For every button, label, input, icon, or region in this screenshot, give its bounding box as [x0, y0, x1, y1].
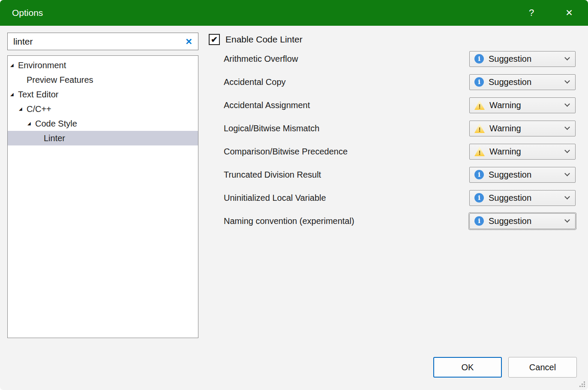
severity-value: Suggestion	[489, 54, 531, 64]
ok-button[interactable]: OK	[433, 357, 502, 378]
setting-row: Comparison/Bitwise Precedence Warning	[209, 140, 576, 163]
setting-row: Accidental Assignment Warning	[209, 94, 576, 117]
chevron-down-icon	[564, 171, 570, 176]
dialog-footer: OK Cancel	[433, 357, 577, 378]
setting-row: Arithmetic Overflow Suggestion	[209, 47, 576, 70]
severity-value: Warning	[489, 124, 521, 133]
suggestion-icon	[474, 54, 484, 63]
suggestion-icon	[474, 77, 484, 87]
warning-icon	[474, 124, 485, 133]
severity-value: Suggestion	[489, 193, 531, 203]
clear-search-icon[interactable]: ✕	[185, 37, 192, 46]
expanded-triangle-icon[interactable]: ◢	[10, 63, 18, 67]
resize-grip[interactable]	[579, 381, 585, 387]
severity-dropdown[interactable]: Suggestion	[469, 74, 576, 90]
tree-item-label: Code Style	[35, 119, 77, 129]
severity-value: Suggestion	[489, 77, 531, 87]
setting-label: Accidental Assignment	[209, 100, 310, 110]
chevron-down-icon	[564, 148, 570, 153]
window-title: Options	[0, 8, 513, 18]
severity-dropdown[interactable]: Suggestion	[469, 213, 576, 229]
severity-value: Suggestion	[489, 216, 531, 226]
tree-item-preview-features[interactable]: Preview Features	[8, 73, 198, 87]
tree-item-c-cpp[interactable]: ◢ C/C++	[8, 102, 198, 116]
enable-code-linter-row: ✔ Enable Code Linter	[209, 33, 576, 46]
suggestion-icon	[474, 216, 484, 226]
resize-grip-dots	[579, 386, 581, 387]
expanded-triangle-icon[interactable]: ◢	[10, 92, 18, 97]
chevron-down-icon	[564, 78, 570, 84]
tree-item-text-editor[interactable]: ◢ Text Editor	[8, 87, 198, 102]
enable-code-linter-label: Enable Code Linter	[225, 34, 303, 45]
linter-settings-pane: ✔ Enable Code Linter Arithmetic Overflow…	[209, 33, 576, 233]
cancel-button[interactable]: Cancel	[508, 357, 577, 378]
help-button[interactable]: ?	[513, 0, 550, 26]
tree-item-label: Environment	[18, 60, 66, 70]
checkmark-icon: ✔	[211, 35, 218, 45]
setting-row: Accidental Copy Suggestion	[209, 70, 576, 94]
setting-label: Accidental Copy	[209, 77, 286, 87]
search-input[interactable]	[13, 36, 185, 47]
severity-dropdown[interactable]: Suggestion	[469, 190, 576, 206]
options-dialog: Options ? ✕ ✕ ◢ Environment Preview Feat…	[0, 0, 588, 390]
expanded-triangle-icon[interactable]: ◢	[19, 107, 27, 111]
chevron-down-icon	[564, 55, 570, 60]
setting-row: Naming convention (experimental) Suggest…	[209, 209, 576, 233]
warning-icon	[474, 147, 485, 156]
severity-value: Warning	[489, 100, 521, 110]
options-tree: ◢ Environment Preview Features ◢ Text Ed…	[7, 55, 198, 338]
setting-label: Naming convention (experimental)	[209, 216, 354, 226]
suggestion-icon	[474, 193, 484, 203]
severity-dropdown[interactable]: Suggestion	[469, 51, 576, 67]
tree-item-environment[interactable]: ◢ Environment	[8, 58, 198, 73]
chevron-down-icon	[564, 101, 570, 107]
severity-value: Warning	[489, 147, 521, 157]
severity-value: Suggestion	[489, 170, 531, 180]
setting-label: Truncated Division Result	[209, 170, 321, 180]
warning-icon	[474, 100, 485, 110]
setting-label: Uninitialized Local Variable	[209, 193, 326, 203]
tree-item-code-style[interactable]: ◢ Code Style	[8, 116, 198, 131]
left-pane: ✕ ◢ Environment Preview Features ◢ Text …	[7, 33, 198, 338]
severity-dropdown[interactable]: Suggestion	[469, 167, 576, 183]
suggestion-icon	[474, 170, 484, 179]
title-bar[interactable]: Options ? ✕	[0, 0, 588, 26]
enable-code-linter-checkbox[interactable]: ✔	[209, 34, 220, 45]
close-button[interactable]: ✕	[550, 0, 588, 26]
chevron-down-icon	[564, 124, 570, 130]
setting-row: Truncated Division Result Suggestion	[209, 163, 576, 186]
tree-item-label: Preview Features	[27, 75, 93, 85]
search-box: ✕	[7, 33, 198, 50]
tree-item-label: C/C++	[27, 104, 51, 114]
expanded-triangle-icon[interactable]: ◢	[27, 121, 35, 126]
tree-item-linter[interactable]: Linter	[8, 131, 198, 145]
chevron-down-icon	[564, 217, 570, 223]
chevron-down-icon	[564, 194, 570, 200]
setting-row: Logical/Bitwise Mismatch Warning	[209, 117, 576, 140]
severity-dropdown[interactable]: Warning	[469, 144, 576, 160]
setting-label: Arithmetic Overflow	[209, 54, 298, 64]
setting-label: Logical/Bitwise Mismatch	[209, 124, 319, 133]
tree-item-label: Text Editor	[18, 90, 58, 100]
setting-label: Comparison/Bitwise Precedence	[209, 147, 348, 157]
setting-row: Uninitialized Local Variable Suggestion	[209, 186, 576, 209]
linter-rules-list: Arithmetic Overflow Suggestion Accidenta…	[209, 47, 576, 233]
severity-dropdown[interactable]: Warning	[469, 97, 576, 113]
close-icon: ✕	[565, 8, 573, 18]
severity-dropdown[interactable]: Warning	[469, 121, 576, 136]
tree-item-label: Linter	[44, 133, 65, 143]
